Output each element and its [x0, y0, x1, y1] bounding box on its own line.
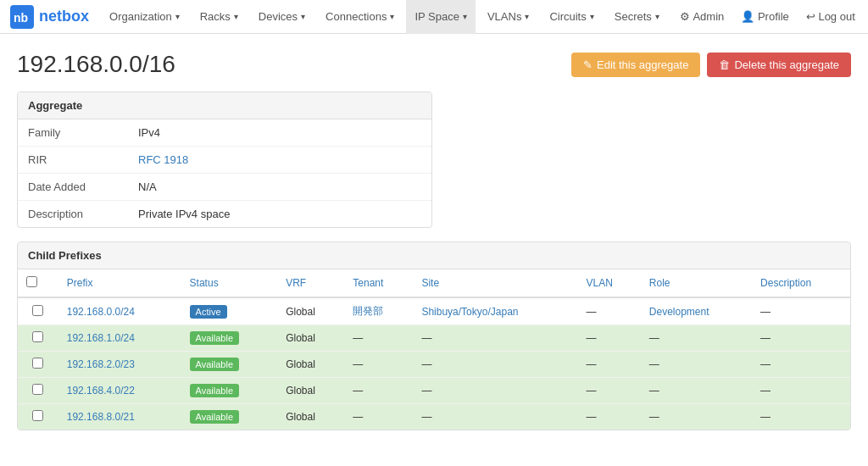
row-checkbox-cell: [18, 297, 58, 325]
status-column-header[interactable]: Status: [181, 269, 278, 297]
aggregate-description-row: Description Private IPv4 space: [18, 201, 431, 228]
row-checkbox[interactable]: [32, 358, 43, 369]
site-column-header[interactable]: Site: [413, 269, 577, 297]
nav-organization[interactable]: Organization ▾: [101, 0, 188, 34]
admin-icon: ⚙: [680, 10, 690, 23]
site-cell: Shibuya/Tokyo/Japan: [413, 297, 577, 325]
role-link[interactable]: Development: [649, 306, 709, 318]
site-cell: —: [413, 325, 577, 352]
role-cell: —: [641, 325, 752, 352]
vlan-cell: —: [577, 378, 640, 404]
role-cell: —: [641, 378, 752, 404]
row-checkbox-cell: [18, 378, 58, 404]
rir-label: RIR: [18, 147, 128, 174]
description-label: Description: [18, 201, 128, 228]
vlan-cell: —: [577, 325, 640, 352]
status-badge: Active: [190, 305, 227, 319]
nav-logout[interactable]: ↩ Log out: [798, 0, 864, 34]
vrf-cell: Global: [277, 325, 344, 352]
prefix-link[interactable]: 192.168.8.0/21: [67, 411, 135, 423]
family-label: Family: [18, 119, 128, 147]
site-cell: —: [413, 404, 577, 430]
aggregate-panel-header: Aggregate: [18, 92, 431, 119]
role-cell: Development: [641, 297, 752, 325]
row-checkbox-cell: [18, 352, 58, 378]
nav-connections[interactable]: Connections ▾: [317, 0, 403, 34]
rir-link[interactable]: RFC 1918: [138, 153, 188, 166]
prefix-cell: 192.168.0.0/24: [58, 297, 181, 325]
table-row: 192.168.0.0/24ActiveGlobal開発部Shibuya/Tok…: [18, 297, 850, 325]
prefix-link[interactable]: 192.168.1.0/24: [67, 332, 135, 344]
aggregate-info-table: Family IPv4 RIR RFC 1918 Date Added N/A …: [18, 119, 431, 227]
action-buttons: ✎ Edit this aggregate 🗑 Delete this aggr…: [571, 53, 851, 77]
delete-aggregate-button[interactable]: 🗑 Delete this aggregate: [707, 53, 851, 77]
prefix-cell: 192.168.2.0/23: [58, 352, 181, 378]
description-value: Private IPv4 space: [128, 201, 431, 228]
aggregate-family-row: Family IPv4: [18, 119, 431, 147]
nav-vlans[interactable]: VLANs ▾: [479, 0, 537, 34]
navbar: nb netbox Organization ▾ Racks ▾ Devices…: [0, 0, 868, 34]
prefix-link[interactable]: 192.168.4.0/22: [67, 385, 135, 397]
status-cell: Available: [181, 378, 278, 404]
table-row: 192.168.2.0/23AvailableGlobal—————: [18, 352, 850, 378]
tenant-cell: —: [344, 378, 413, 404]
tenant-link[interactable]: 開発部: [353, 305, 383, 317]
edit-icon: ✎: [583, 58, 593, 71]
date-label: Date Added: [18, 174, 128, 201]
status-cell: Available: [181, 404, 278, 430]
table-row: 192.168.8.0/21AvailableGlobal—————: [18, 404, 850, 430]
nav-circuits[interactable]: Circuits ▾: [541, 0, 602, 34]
description-column-header[interactable]: Description: [752, 269, 850, 297]
tenant-cell: —: [344, 404, 413, 430]
row-checkbox[interactable]: [32, 384, 43, 395]
prefix-cell: 192.168.1.0/24: [58, 325, 181, 352]
page-header-row: 192.168.0.0/16 ✎ Edit this aggregate 🗑 D…: [17, 51, 851, 78]
site-link[interactable]: Shibuya/Tokyo/Japan: [421, 306, 518, 318]
edit-aggregate-button[interactable]: ✎ Edit this aggregate: [571, 53, 700, 77]
description-cell: —: [752, 297, 850, 325]
vlan-column-header[interactable]: VLAN: [577, 269, 640, 297]
table-row: 192.168.4.0/22AvailableGlobal—————: [18, 378, 850, 404]
row-checkbox[interactable]: [32, 305, 43, 316]
row-checkbox[interactable]: [32, 331, 43, 342]
status-cell: Available: [181, 325, 278, 352]
prefix-link[interactable]: 192.168.0.0/24: [67, 306, 135, 318]
chevron-down-icon: ▾: [175, 12, 180, 21]
nav-devices[interactable]: Devices ▾: [250, 0, 314, 34]
nav-secrets[interactable]: Secrets ▾: [606, 0, 668, 34]
logout-icon: ↩: [806, 10, 815, 23]
status-badge: Available: [190, 410, 239, 424]
prefix-link[interactable]: 192.168.2.0/23: [67, 358, 135, 370]
aggregate-panel: Aggregate Family IPv4 RIR RFC 1918 Date …: [17, 92, 432, 228]
row-checkbox-cell: [18, 404, 58, 430]
page-content: 192.168.0.0/16 ✎ Edit this aggregate 🗑 D…: [0, 34, 868, 439]
tenant-cell: —: [344, 352, 413, 378]
user-icon: 👤: [741, 10, 754, 23]
aggregate-rir-row: RIR RFC 1918: [18, 147, 431, 174]
role-cell: —: [641, 404, 752, 430]
status-badge: Available: [190, 331, 239, 345]
vrf-column-header[interactable]: VRF: [277, 269, 344, 297]
site-cell: —: [413, 378, 577, 404]
prefix-column-header[interactable]: Prefix: [58, 269, 181, 297]
prefix-cell: 192.168.4.0/22: [58, 378, 181, 404]
vrf-cell: Global: [277, 378, 344, 404]
nav-racks[interactable]: Racks ▾: [192, 0, 247, 34]
vrf-cell: Global: [277, 297, 344, 325]
brand-logo-link[interactable]: nb netbox: [10, 5, 89, 29]
tenant-column-header[interactable]: Tenant: [344, 269, 413, 297]
nav-ipspace[interactable]: IP Space ▾: [406, 0, 476, 34]
vrf-cell: Global: [277, 352, 344, 378]
tenant-cell: 開発部: [344, 297, 413, 325]
select-all-checkbox[interactable]: [26, 276, 37, 287]
aggregate-date-row: Date Added N/A: [18, 174, 431, 201]
description-cell: —: [752, 352, 850, 378]
nav-profile[interactable]: 👤 Profile: [732, 0, 797, 34]
row-checkbox[interactable]: [32, 410, 43, 421]
description-cell: —: [752, 325, 850, 352]
nav-admin[interactable]: ⚙ Admin: [671, 0, 732, 34]
role-column-header[interactable]: Role: [641, 269, 752, 297]
status-cell: Active: [181, 297, 278, 325]
description-cell: —: [752, 378, 850, 404]
chevron-down-icon: ▾: [590, 12, 594, 21]
